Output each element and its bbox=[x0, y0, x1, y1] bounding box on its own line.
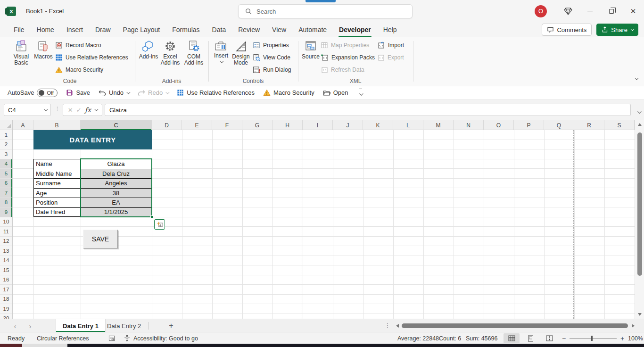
tab-page-layout[interactable]: Page Layout bbox=[117, 22, 166, 37]
row-header-3[interactable]: 3 bbox=[0, 149, 12, 159]
sheet-tab-data-entry-2[interactable]: Data Entry 2 bbox=[100, 319, 148, 332]
autosave-switch[interactable]: Off bbox=[37, 89, 58, 97]
properties-button[interactable]: Properties bbox=[253, 40, 289, 50]
column-header-C[interactable]: C bbox=[81, 120, 152, 130]
circular-references-indicator[interactable]: Circular References bbox=[37, 332, 89, 344]
horizontal-scroll-thumb[interactable] bbox=[402, 323, 628, 328]
expand-formula-bar-button[interactable] bbox=[637, 107, 640, 116]
open-button[interactable]: Open bbox=[323, 89, 348, 96]
column-header-M[interactable]: M bbox=[423, 120, 454, 130]
addins-button[interactable]: Add-ins bbox=[137, 40, 160, 60]
tab-help[interactable]: Help bbox=[377, 22, 403, 37]
hscroll-left-arrow[interactable] bbox=[396, 324, 399, 328]
user-avatar[interactable]: O bbox=[535, 5, 547, 17]
page-break-preview-button[interactable] bbox=[541, 333, 557, 343]
row-header-15[interactable]: 15 bbox=[0, 265, 12, 275]
column-header-I[interactable]: I bbox=[303, 120, 333, 130]
row-header-10[interactable]: 10 bbox=[0, 217, 12, 227]
restore-button[interactable] bbox=[601, 0, 622, 22]
tab-developer[interactable]: Developer bbox=[333, 22, 377, 37]
tab-scroll-grip[interactable]: ⋮ bbox=[385, 322, 390, 329]
zoom-slider-track[interactable] bbox=[570, 338, 617, 339]
tab-formulas[interactable]: Formulas bbox=[166, 22, 206, 37]
name-box[interactable]: C4 bbox=[4, 104, 51, 116]
run-dialog-button[interactable]: Run Dialog bbox=[253, 65, 291, 75]
premium-diamond-icon[interactable] bbox=[557, 0, 579, 22]
column-header-S[interactable]: S bbox=[604, 120, 635, 130]
tab-file[interactable]: File bbox=[8, 22, 31, 37]
column-header-D[interactable]: D bbox=[152, 120, 182, 130]
vertical-scrollbar[interactable] bbox=[635, 120, 644, 319]
qat-overflow-button[interactable] bbox=[359, 89, 362, 97]
row-header-18[interactable]: 18 bbox=[0, 295, 12, 305]
row-header-8[interactable]: 8 bbox=[0, 198, 12, 208]
row-header-11[interactable]: 11 bbox=[0, 227, 12, 237]
insert-function-button[interactable]: ƒx bbox=[85, 106, 91, 114]
cells-area[interactable]: DATA ENTRY Name Glaiza Middle Name Dela … bbox=[13, 130, 635, 319]
column-header-P[interactable]: P bbox=[514, 120, 544, 130]
normal-view-button[interactable] bbox=[504, 333, 520, 343]
collapse-ribbon-button[interactable] bbox=[635, 74, 637, 82]
use-relative-references-qat[interactable]: Use Relative References bbox=[177, 89, 255, 96]
macro-record-status-button[interactable] bbox=[108, 332, 116, 344]
column-header-G[interactable]: G bbox=[242, 120, 272, 130]
row-header-7[interactable]: 7 bbox=[0, 188, 12, 198]
row-header-13[interactable]: 13 bbox=[0, 246, 12, 256]
close-button[interactable]: ✕ bbox=[622, 0, 644, 22]
row-header-1[interactable]: 1 bbox=[0, 130, 12, 140]
autosave-toggle[interactable]: AutoSave Off bbox=[8, 89, 58, 97]
tab-automate[interactable]: Automate bbox=[292, 22, 333, 37]
column-header-Q[interactable]: Q bbox=[544, 120, 574, 130]
formula-input[interactable]: Glaiza bbox=[105, 104, 631, 116]
select-all-corner[interactable] bbox=[0, 120, 13, 130]
use-relative-references-button[interactable]: Use Relative References bbox=[55, 52, 128, 63]
tab-view[interactable]: View bbox=[266, 22, 292, 37]
visual-basic-button[interactable]: Visual Basic bbox=[9, 40, 33, 66]
zoom-in-button[interactable]: + bbox=[620, 332, 624, 344]
save-form-button[interactable]: SAVE bbox=[83, 230, 118, 248]
expansion-packs-button[interactable]: Expansion Packs bbox=[321, 52, 375, 63]
design-mode-button[interactable]: Design Mode bbox=[229, 40, 253, 66]
column-header-L[interactable]: L bbox=[393, 120, 423, 130]
status-average[interactable]: Average: 22848 bbox=[397, 332, 439, 344]
column-header-O[interactable]: O bbox=[484, 120, 514, 130]
row-header-14[interactable]: 14 bbox=[0, 256, 12, 266]
quick-analysis-button[interactable] bbox=[154, 219, 165, 230]
column-header-A[interactable]: A bbox=[13, 120, 33, 130]
column-header-H[interactable]: H bbox=[272, 120, 303, 130]
next-sheet-arrow[interactable]: › bbox=[23, 319, 38, 332]
column-header-R[interactable]: R bbox=[574, 120, 604, 130]
minimize-button[interactable] bbox=[579, 0, 601, 22]
macro-security-button[interactable]: Macro Security bbox=[55, 65, 103, 75]
confirm-entry-button[interactable]: ✓ bbox=[76, 107, 82, 114]
sheet-tab-data-entry-1[interactable]: Data Entry 1 bbox=[56, 319, 106, 332]
tab-draw[interactable]: Draw bbox=[89, 22, 117, 37]
prev-sheet-arrow[interactable]: ‹ bbox=[8, 319, 23, 332]
excel-addins-button[interactable]: Excel Add-ins bbox=[158, 40, 182, 66]
column-header-F[interactable]: F bbox=[212, 120, 242, 130]
formula-bar-grip[interactable]: ⋮ bbox=[55, 106, 60, 112]
status-sum[interactable]: Sum: 45696 bbox=[466, 332, 497, 344]
status-count[interactable]: Count: 6 bbox=[439, 332, 461, 344]
share-button[interactable]: Share bbox=[596, 24, 638, 36]
row-header-17[interactable]: 17 bbox=[0, 285, 12, 295]
data-entry-title-cell[interactable]: DATA ENTRY bbox=[33, 130, 152, 149]
zoom-slider-thumb[interactable] bbox=[591, 336, 593, 341]
row-header-4[interactable]: 4 bbox=[0, 159, 12, 169]
add-sheet-button[interactable]: + bbox=[164, 319, 178, 332]
undo-button[interactable]: Undo bbox=[99, 89, 129, 96]
import-button[interactable]: Import bbox=[377, 40, 404, 50]
row-header-20[interactable]: 20 bbox=[0, 314, 12, 319]
scroll-down-arrow[interactable] bbox=[638, 313, 642, 316]
macro-security-qat[interactable]: Macro Security bbox=[263, 89, 314, 96]
undo-dropdown-icon[interactable] bbox=[126, 90, 130, 94]
row-header-12[interactable]: 12 bbox=[0, 237, 12, 247]
com-addins-button[interactable]: COM Add-ins bbox=[182, 40, 206, 66]
row-header-9[interactable]: 9 bbox=[0, 207, 12, 217]
data-entry-table[interactable]: Name Glaiza Middle Name Dela Cruz Surnam… bbox=[33, 159, 152, 217]
save-button-qat[interactable]: Save bbox=[66, 89, 90, 96]
excel-app-icon[interactable]: x bbox=[7, 7, 16, 16]
page-layout-view-button[interactable] bbox=[522, 333, 538, 343]
record-macro-button[interactable]: Record Macro bbox=[55, 40, 101, 50]
search-input[interactable]: Search bbox=[238, 4, 413, 18]
